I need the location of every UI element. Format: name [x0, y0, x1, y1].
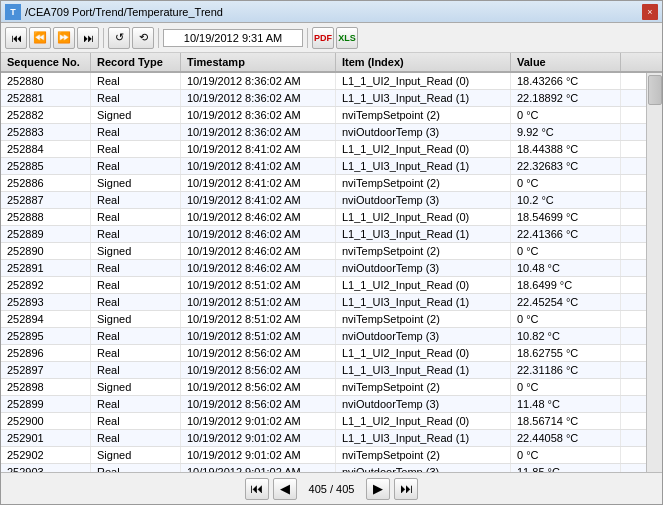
table-cell: 252888 — [1, 209, 91, 225]
table-row[interactable]: 252898Signed10/19/2012 8:56:02 AMnviTemp… — [1, 379, 646, 396]
export-excel-button[interactable]: XLS — [336, 27, 358, 49]
table-row[interactable]: 252884Real10/19/2012 8:41:02 AML1_1_UI2_… — [1, 141, 646, 158]
table-cell: 252896 — [1, 345, 91, 361]
table-cell: Real — [91, 464, 181, 472]
table-cell: Real — [91, 260, 181, 276]
scrollbar-thumb[interactable] — [648, 75, 662, 105]
table-cell: 18.6499 °C — [511, 277, 621, 293]
table-cell: 10/19/2012 8:36:02 AM — [181, 90, 336, 106]
table-cell: 10/19/2012 9:01:02 AM — [181, 413, 336, 429]
table-cell: 252881 — [1, 90, 91, 106]
table-cell: nviTempSetpoint (2) — [336, 243, 511, 259]
table-row[interactable]: 252880Real10/19/2012 8:36:02 AML1_1_UI2_… — [1, 73, 646, 90]
vertical-scrollbar[interactable] — [646, 73, 662, 472]
table-cell: 252886 — [1, 175, 91, 191]
table-row[interactable]: 252882Signed10/19/2012 8:36:02 AMnviTemp… — [1, 107, 646, 124]
table-cell: 252892 — [1, 277, 91, 293]
title-bar: T /CEA709 Port/Trend/Temperature_Trend × — [1, 1, 662, 23]
table-cell: 252887 — [1, 192, 91, 208]
table-cell: 10/19/2012 8:41:02 AM — [181, 192, 336, 208]
table-cell: 22.18892 °C — [511, 90, 621, 106]
reload-button[interactable]: ⟲ — [132, 27, 154, 49]
table-cell: L1_1_UI3_Input_Read (1) — [336, 90, 511, 106]
table-cell: 10/19/2012 8:41:02 AM — [181, 175, 336, 191]
page-last-button[interactable]: ⏭ — [394, 478, 418, 500]
table-cell: Real — [91, 345, 181, 361]
table-row[interactable]: 252902Signed10/19/2012 9:01:02 AMnviTemp… — [1, 447, 646, 464]
table-cell: Real — [91, 124, 181, 140]
close-button[interactable]: × — [642, 4, 658, 20]
table-row[interactable]: 252894Signed10/19/2012 8:51:02 AMnviTemp… — [1, 311, 646, 328]
app-icon: T — [5, 4, 21, 20]
table-cell: nviTempSetpoint (2) — [336, 311, 511, 327]
last-button[interactable]: ⏭ — [77, 27, 99, 49]
table-cell: 10/19/2012 8:36:02 AM — [181, 124, 336, 140]
table-header: Sequence No. Record Type Timestamp Item … — [1, 53, 662, 73]
table-row[interactable]: 252893Real10/19/2012 8:51:02 AML1_1_UI3_… — [1, 294, 646, 311]
table-body[interactable]: 252880Real10/19/2012 8:36:02 AML1_1_UI2_… — [1, 73, 646, 472]
next-icon: ⏩ — [57, 31, 71, 44]
table-cell: nviOutdoorTemp (3) — [336, 328, 511, 344]
table-cell: 252893 — [1, 294, 91, 310]
reload-icon: ⟲ — [139, 31, 148, 44]
table-cell: 10/19/2012 8:46:02 AM — [181, 209, 336, 225]
first-icon: ⏮ — [11, 32, 22, 44]
separator-3 — [307, 28, 308, 48]
table-cell: 18.44388 °C — [511, 141, 621, 157]
table-cell: Real — [91, 158, 181, 174]
window-title: /CEA709 Port/Trend/Temperature_Trend — [25, 6, 642, 18]
table-cell: 18.54699 °C — [511, 209, 621, 225]
prev-button[interactable]: ⏪ — [29, 27, 51, 49]
table-row[interactable]: 252896Real10/19/2012 8:56:02 AML1_1_UI2_… — [1, 345, 646, 362]
table-row[interactable]: 252891Real10/19/2012 8:46:02 AMnviOutdoo… — [1, 260, 646, 277]
toolbar: ⏮ ⏪ ⏩ ⏭ ↺ ⟲ 10/19/2012 9:31 AM PDF XLS — [1, 23, 662, 53]
table-row[interactable]: 252892Real10/19/2012 8:51:02 AML1_1_UI2_… — [1, 277, 646, 294]
col-header-value: Value — [511, 53, 621, 71]
table-cell: 252899 — [1, 396, 91, 412]
table-cell: 252882 — [1, 107, 91, 123]
page-next-button[interactable]: ▶ — [366, 478, 390, 500]
table-cell: 11.48 °C — [511, 396, 621, 412]
refresh-button[interactable]: ↺ — [108, 27, 130, 49]
next-button[interactable]: ⏩ — [53, 27, 75, 49]
table-cell: Real — [91, 192, 181, 208]
table-cell: nviOutdoorTemp (3) — [336, 192, 511, 208]
table-cell: 10.2 °C — [511, 192, 621, 208]
table-cell: Signed — [91, 175, 181, 191]
table-row[interactable]: 252897Real10/19/2012 8:56:02 AML1_1_UI3_… — [1, 362, 646, 379]
page-first-button[interactable]: ⏮ — [245, 478, 269, 500]
table-cell: Real — [91, 294, 181, 310]
table-row[interactable]: 252881Real10/19/2012 8:36:02 AML1_1_UI3_… — [1, 90, 646, 107]
table-row[interactable]: 252901Real10/19/2012 9:01:02 AML1_1_UI3_… — [1, 430, 646, 447]
table-row[interactable]: 252886Signed10/19/2012 8:41:02 AMnviTemp… — [1, 175, 646, 192]
table-cell: 252903 — [1, 464, 91, 472]
table-cell: L1_1_UI2_Input_Read (0) — [336, 73, 511, 89]
table-cell: Real — [91, 73, 181, 89]
table-row[interactable]: 252890Signed10/19/2012 8:46:02 AMnviTemp… — [1, 243, 646, 260]
table-cell: 252883 — [1, 124, 91, 140]
table-row[interactable]: 252903Real10/19/2012 9:01:02 AMnviOutdoo… — [1, 464, 646, 472]
table-cell: Signed — [91, 311, 181, 327]
export-pdf-button[interactable]: PDF — [312, 27, 334, 49]
main-window: T /CEA709 Port/Trend/Temperature_Trend ×… — [0, 0, 663, 505]
table-row[interactable]: 252900Real10/19/2012 9:01:02 AML1_1_UI2_… — [1, 413, 646, 430]
page-prev-button[interactable]: ◀ — [273, 478, 297, 500]
first-button[interactable]: ⏮ — [5, 27, 27, 49]
table-cell: Real — [91, 430, 181, 446]
table-row[interactable]: 252889Real10/19/2012 8:46:02 AML1_1_UI3_… — [1, 226, 646, 243]
table-cell: 252897 — [1, 362, 91, 378]
table-row[interactable]: 252888Real10/19/2012 8:46:02 AML1_1_UI2_… — [1, 209, 646, 226]
table-cell: 10/19/2012 9:01:02 AM — [181, 447, 336, 463]
table-row[interactable]: 252887Real10/19/2012 8:41:02 AMnviOutdoo… — [1, 192, 646, 209]
table-row[interactable]: 252883Real10/19/2012 8:36:02 AMnviOutdoo… — [1, 124, 646, 141]
table-cell: 10/19/2012 8:41:02 AM — [181, 158, 336, 174]
table-row[interactable]: 252895Real10/19/2012 8:51:02 AMnviOutdoo… — [1, 328, 646, 345]
table-wrapper: 252880Real10/19/2012 8:36:02 AML1_1_UI2_… — [1, 73, 662, 472]
table-cell: 252901 — [1, 430, 91, 446]
separator-2 — [158, 28, 159, 48]
table-row[interactable]: 252885Real10/19/2012 8:41:02 AML1_1_UI3_… — [1, 158, 646, 175]
table-row[interactable]: 252899Real10/19/2012 8:56:02 AMnviOutdoo… — [1, 396, 646, 413]
col-header-record-type: Record Type — [91, 53, 181, 71]
table-cell: nviOutdoorTemp (3) — [336, 124, 511, 140]
prev-icon: ⏪ — [33, 31, 47, 44]
